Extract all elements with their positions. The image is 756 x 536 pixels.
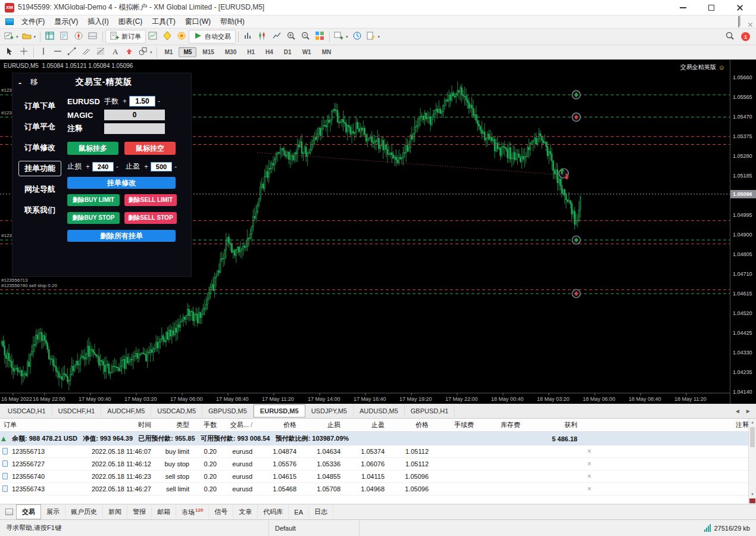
tab-mailbox[interactable]: 邮箱 xyxy=(152,505,176,519)
crosshair-button[interactable] xyxy=(17,45,31,59)
chart-tab-eurusd-m5[interactable]: EURUSD,M5 xyxy=(254,404,305,417)
tab-scroll-right-button[interactable]: ▶ xyxy=(744,407,752,415)
chart-tab-usdchf-h1[interactable]: USDCHF,H1 xyxy=(52,405,102,417)
new-chart-button[interactable]: ▾ xyxy=(2,30,20,43)
order-row-123556713[interactable]: 1235567132022.05.18 11:46:07buy limit0.2… xyxy=(0,445,756,458)
scrollbar-thumb[interactable] xyxy=(750,427,755,447)
panel-nav-links[interactable]: 网址导航 xyxy=(18,182,61,197)
tab-market[interactable]: 市场120 xyxy=(176,505,209,519)
tile-windows-button[interactable] xyxy=(313,30,327,43)
delete-sell-stop-button[interactable]: 删除SELL STOP xyxy=(124,212,177,224)
menu-help[interactable]: 帮助(H) xyxy=(215,15,249,28)
profiles-button[interactable]: ▾ xyxy=(20,30,38,43)
market-watch-button[interactable] xyxy=(43,30,57,43)
chart-tab-usdcad-m5[interactable]: USDCAD,M5 xyxy=(151,405,202,417)
templates-button[interactable]: ▾ xyxy=(364,30,382,43)
profile-selector[interactable]: Default xyxy=(269,520,360,536)
mouse-buy-pending-button[interactable]: 鼠标挂多 xyxy=(67,142,118,155)
arrows-button[interactable] xyxy=(122,45,136,59)
chart-candles-button[interactable] xyxy=(255,30,270,43)
panel-nav-close-order[interactable]: 订单平仓 xyxy=(18,119,61,135)
lots-input[interactable] xyxy=(129,96,155,107)
chart-region[interactable]: 16 May 202216 May 22:0017 May 00:4017 Ma… xyxy=(0,60,756,404)
window-minimize-button[interactable] xyxy=(676,2,689,14)
stop-loss-input[interactable] xyxy=(92,162,114,172)
metaeditor-button[interactable] xyxy=(160,30,174,43)
panel-nav-pending-order[interactable]: 挂单功能 xyxy=(18,161,61,176)
new-order-button[interactable]: 新订单 xyxy=(105,30,146,43)
timeframe-mn[interactable]: MN xyxy=(317,47,336,57)
col-commission[interactable]: 手续费 xyxy=(432,420,477,429)
delete-pending-order-button[interactable]: × xyxy=(581,460,598,468)
chart-line-button[interactable] xyxy=(270,30,284,43)
delete-pending-order-button[interactable]: × xyxy=(581,447,598,456)
panel-minimize-button[interactable]: - xyxy=(18,77,28,88)
notification-badge[interactable]: 1 xyxy=(741,32,750,41)
channel-button[interactable] xyxy=(79,45,93,59)
col-symbol[interactable]: 交易.../ xyxy=(220,420,256,429)
col-sl[interactable]: 止损 xyxy=(300,420,344,429)
delete-sell-limit-button[interactable]: 删除SELL LIMIT xyxy=(124,194,177,206)
window-maximize-button[interactable] xyxy=(705,2,718,14)
panel-move-handle[interactable]: 移 xyxy=(30,77,38,88)
col-profit[interactable]: 获利 xyxy=(524,420,581,429)
new-window-button[interactable]: ▾ xyxy=(332,30,350,43)
tp-decrease-button[interactable]: - xyxy=(172,163,179,171)
timeframe-h4[interactable]: H4 xyxy=(261,47,278,57)
zoom-in-button[interactable] xyxy=(284,30,298,43)
timeframe-d1[interactable]: D1 xyxy=(279,47,296,57)
shapes-button[interactable]: ▾ xyxy=(136,45,154,59)
timeframe-m30[interactable]: M30 xyxy=(220,47,241,57)
tab-account-history[interactable]: 账户历史 xyxy=(65,505,103,519)
panel-nav-modify-order[interactable]: 订单修改 xyxy=(18,140,61,155)
timeframe-m15[interactable]: M15 xyxy=(198,47,218,57)
terminal-button[interactable] xyxy=(86,30,100,43)
menu-view[interactable]: 显示(V) xyxy=(49,15,83,28)
zoom-out-button[interactable] xyxy=(298,30,313,43)
chart-tab-audchf-m5[interactable]: AUDCHF,M5 xyxy=(101,405,151,417)
col-swap[interactable]: 库存费 xyxy=(477,420,524,429)
col-type[interactable]: 类型 xyxy=(155,420,193,429)
comment-input[interactable] xyxy=(104,123,165,134)
sl-decrease-button[interactable]: - xyxy=(114,163,121,171)
community-button[interactable] xyxy=(174,30,189,43)
periods-button[interactable] xyxy=(350,30,364,43)
sl-increase-button[interactable]: + xyxy=(83,163,92,171)
menu-file[interactable]: 文件(F) xyxy=(17,15,49,28)
mouse-sell-pending-button[interactable]: 鼠标挂空 xyxy=(124,142,176,155)
magic-input[interactable] xyxy=(104,110,165,120)
tab-exposure[interactable]: 展示 xyxy=(41,505,65,519)
delete-buy-limit-button[interactable]: 删除BUY LIMIT xyxy=(67,194,120,206)
lots-increase-button[interactable]: + xyxy=(120,97,129,105)
delete-buy-stop-button[interactable]: 删除BUY STOP xyxy=(67,212,120,224)
chart-bars-button[interactable] xyxy=(241,30,255,43)
timeframe-w1[interactable]: W1 xyxy=(298,47,316,57)
order-row-123556727[interactable]: 1235567272022.05.18 11:46:12buy stop0.20… xyxy=(0,458,756,470)
terminal-scrollbar[interactable]: ▲ ▼ xyxy=(748,419,756,504)
text-button[interactable]: A xyxy=(108,45,122,59)
panel-nav-place-order[interactable]: 订单下单 xyxy=(18,98,61,114)
panel-nav-contact[interactable]: 联系我们 xyxy=(18,202,61,218)
chart-tab-usdjpy-m5[interactable]: USDJPY,M5 xyxy=(305,405,354,417)
tab-scroll-left-button[interactable]: ◀ xyxy=(733,407,742,415)
tab-journal[interactable]: 日志 xyxy=(309,505,333,519)
data-window-button[interactable] xyxy=(57,30,71,43)
col-comment[interactable]: 注释 xyxy=(598,420,756,429)
strategy-tester-button[interactable] xyxy=(146,30,160,43)
tp-increase-button[interactable]: + xyxy=(142,163,151,171)
tab-alerts[interactable]: 警报 xyxy=(127,505,152,519)
cursor-button[interactable] xyxy=(2,45,17,59)
hline-button[interactable] xyxy=(51,45,65,59)
autotrading-button[interactable]: 自动交易 xyxy=(189,30,236,43)
fibonacci-button[interactable] xyxy=(93,45,108,59)
timeframe-m1[interactable]: M1 xyxy=(160,47,178,57)
search-button[interactable] xyxy=(723,30,737,43)
chart-tab-usdcad-h1[interactable]: USDCAD,H1 xyxy=(2,405,52,417)
menu-tools[interactable]: 工具(T) xyxy=(147,15,180,28)
order-row-123556743[interactable]: 1235567432022.05.18 11:46:27sell limit0.… xyxy=(0,483,756,496)
take-profit-input[interactable] xyxy=(151,162,172,172)
tab-signals[interactable]: 信号 xyxy=(209,505,233,519)
menu-charts[interactable]: 图表(C) xyxy=(114,15,148,28)
col-price[interactable]: 价格 xyxy=(256,420,300,429)
col-order[interactable]: 订单 xyxy=(0,420,65,429)
